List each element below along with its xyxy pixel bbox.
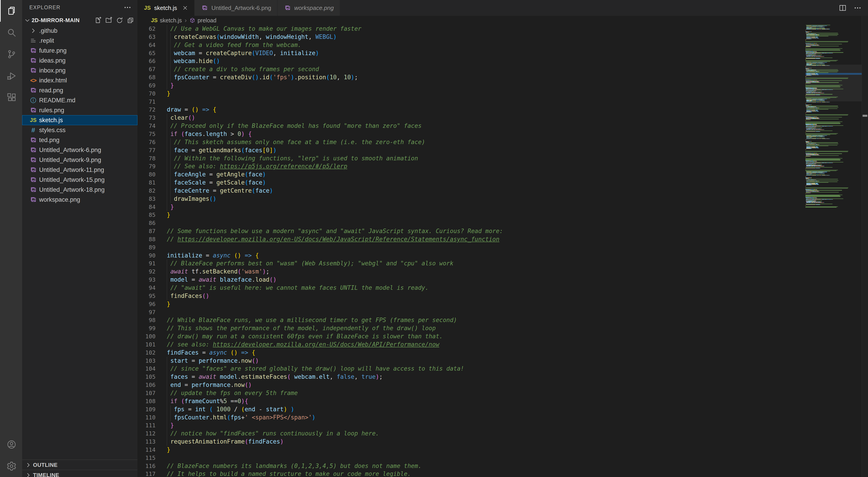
file-tree-item-rules.png[interactable]: rules.png	[22, 105, 137, 115]
explorer-sidebar: EXPLORER 2D-MIRROR-MAIN .github.replitfu…	[22, 0, 137, 477]
breadcrumb-file[interactable]: sketch.js	[160, 17, 182, 24]
file-tree-item-Untitled_Artwork-9.png[interactable]: Untitled_Artwork-9.png	[22, 155, 137, 165]
source-control-icon	[6, 49, 17, 59]
sidebar-section-outline[interactable]: OUTLINE	[22, 459, 137, 470]
code-line-86: 86	[137, 219, 805, 227]
line-number: 86	[137, 219, 167, 227]
file-tree-item-sketch.js[interactable]: JSsketch.js	[22, 115, 137, 125]
hash-icon: #	[29, 126, 38, 134]
explorer-more-actions-icon[interactable]	[123, 3, 131, 11]
line-number: 85	[137, 211, 167, 219]
tab-workspace.png[interactable]: workspace.png	[278, 0, 340, 16]
file-tree-item-styles.css[interactable]: #styles.css	[22, 125, 137, 135]
html-icon: <>	[29, 76, 38, 84]
breadcrumb-separator: ›	[185, 17, 187, 24]
code-editor[interactable]: 62 // Use a WebGL Canvas to make our ima…	[137, 25, 805, 477]
code-line-77: 77 face = getLandmarks(faces[0])	[137, 146, 805, 155]
line-number: 101	[137, 341, 167, 349]
tab-Untitled_Artwork-6.png[interactable]: Untitled_Artwork-6.png	[195, 0, 277, 16]
activity-bar-item-source-control[interactable]	[0, 43, 22, 65]
breadcrumb-symbol[interactable]: preload	[197, 17, 216, 24]
ellipsis-icon[interactable]	[854, 4, 862, 12]
line-number: 95	[137, 292, 167, 300]
chevron-right-icon	[29, 27, 38, 35]
list-icon	[29, 37, 38, 45]
code-line-98: 98// While BlazeFace runs, we use a mill…	[137, 316, 805, 324]
code-line-106: 106 end = performance.now()	[137, 381, 805, 389]
code-line-78: 78 // Within the following functions, "l…	[137, 155, 805, 163]
code-line-75: 75 if (faces.length > 0) {	[137, 130, 805, 138]
code-line-69: 69 }	[137, 81, 805, 90]
image-icon	[283, 4, 291, 11]
file-tree-item-read.png[interactable]: read.png	[22, 86, 137, 95]
line-number: 73	[137, 114, 167, 122]
code-line-107: 107 // update the fps on every 5th frame	[137, 389, 805, 397]
symbol-method-icon	[189, 18, 195, 23]
activity-bar-item-settings[interactable]	[0, 455, 22, 477]
scrollbar-cursor-mark	[863, 115, 867, 117]
line-number: 108	[137, 397, 167, 405]
code-line-93: 93 model = await blazeface.load()	[137, 276, 805, 284]
image-icon	[29, 46, 38, 55]
code-line-82: 82 faceCentre = getCentre(face)	[137, 187, 805, 195]
refresh-icon[interactable]	[116, 16, 123, 24]
line-number: 97	[137, 308, 167, 316]
file-tree-item-.github[interactable]: .github	[22, 26, 137, 36]
split-icon[interactable]	[839, 4, 847, 12]
file-tree-item-ideas.png[interactable]: ideas.png	[22, 56, 137, 66]
file-name: index.html	[39, 77, 67, 84]
code-line-109: 109 fps = int ( 1000 / (end - start) )	[137, 405, 805, 413]
minimap[interactable]	[805, 25, 862, 477]
activity-bar-item-accounts[interactable]	[0, 434, 22, 455]
file-tree-item-Untitled_Artwork-6.png[interactable]: Untitled_Artwork-6.png	[22, 145, 137, 155]
file-tree-item-inbox.png[interactable]: inbox.png	[22, 66, 137, 75]
line-number: 65	[137, 49, 167, 57]
editor-scrollbar[interactable]	[862, 16, 868, 477]
line-number: 71	[137, 98, 167, 106]
code-line-71: 71	[137, 98, 805, 106]
tab-label: sketch.js	[154, 4, 177, 11]
activity-bar-spacer	[0, 108, 22, 434]
tab-sketch.js[interactable]: JSsketch.js	[137, 0, 194, 16]
line-number: 98	[137, 316, 167, 324]
close-icon[interactable]	[182, 5, 188, 11]
line-number: 78	[137, 155, 167, 163]
file-name: Untitled_Artwork-6.png	[39, 146, 101, 154]
file-tree-item-Untitled_Artwork-11.png[interactable]: Untitled_Artwork-11.png	[22, 165, 137, 175]
collapse-all-icon[interactable]	[127, 16, 134, 24]
file-tree-item-Untitled_Artwork-15.png[interactable]: Untitled_Artwork-15.png	[22, 175, 137, 185]
code-line-91: 91 // BlazeFace performs best on "wasm" …	[137, 260, 805, 268]
file-tree-item-ted.png[interactable]: ted.png	[22, 135, 137, 145]
file-tree-item-future.png[interactable]: future.png	[22, 46, 137, 56]
sidebar-section-timeline[interactable]: TIMELINE	[22, 470, 137, 477]
code-line-66: 66 webcam.hide()	[137, 57, 805, 65]
activity-bar-item-explorer[interactable]	[0, 0, 22, 22]
activity-bar-item-extensions[interactable]	[0, 87, 22, 108]
code-line-103: 103 start = performance.now()	[137, 357, 805, 365]
vscode-window: { "colors":{"editor_bg":"#1e1e1e","sideb…	[0, 0, 868, 477]
line-number: 102	[137, 349, 167, 357]
file-tree-item-README.md[interactable]: README.md	[22, 95, 137, 105]
file-tree-item-workspace.png[interactable]: workspace.png	[22, 195, 137, 205]
line-number: 91	[137, 260, 167, 268]
new-folder-icon[interactable]	[105, 16, 113, 24]
activity-bar-item-run-debug[interactable]	[0, 65, 22, 87]
file-tree-item-Untitled_Artwork-18.png[interactable]: Untitled_Artwork-18.png	[22, 185, 137, 195]
file-tree-item-index.html[interactable]: <>index.html	[22, 75, 137, 86]
code-line-97: 97	[137, 308, 805, 316]
tab-label: workspace.png	[294, 4, 334, 11]
code-line-62: 62 // Use a WebGL Canvas to make our ima…	[137, 25, 805, 33]
code-line-88: 88// https://developer.mozilla.org/en-US…	[137, 235, 805, 243]
activity-bar-item-search[interactable]	[0, 22, 22, 43]
line-number: 104	[137, 365, 167, 373]
line-number: 70	[137, 90, 167, 98]
new-file-icon[interactable]	[94, 16, 102, 24]
line-number: 90	[137, 251, 167, 260]
file-tree-item-.replit[interactable]: .replit	[22, 36, 137, 46]
code-line-72: 72draw = () => {	[137, 106, 805, 114]
line-number: 93	[137, 276, 167, 284]
code-line-100: 100// draw() may run at a consistent 60f…	[137, 333, 805, 341]
project-root-row[interactable]: 2D-MIRROR-MAIN	[22, 15, 137, 26]
code-line-74: 74 // Proceed only if the BlazeFace mode…	[137, 122, 805, 130]
code-line-101: 101// see also: https://developer.mozill…	[137, 341, 805, 349]
